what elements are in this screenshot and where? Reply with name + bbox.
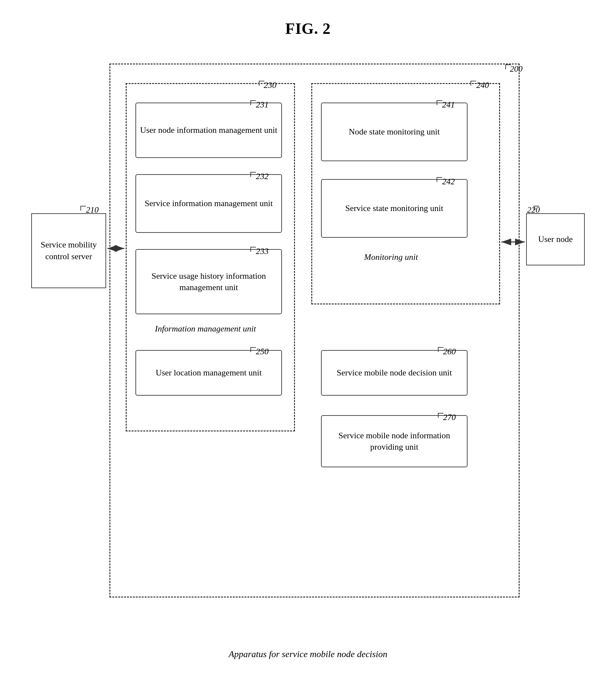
ref-250: 250 (256, 347, 269, 357)
corner-241 (436, 100, 443, 106)
ref-242: 242 (442, 177, 455, 187)
bottom-label: Apparatus for service mobile node decisi… (228, 649, 388, 660)
box-242-label: Service state monitoring unit (345, 202, 443, 214)
box-241: Node state monitoring unit (321, 103, 467, 161)
ref-270: 270 (443, 413, 456, 422)
box-260-label: Service mobile node decision unit (337, 367, 452, 379)
box-260: Service mobile node decision unit (321, 350, 467, 396)
box-220-label: User node (538, 234, 573, 245)
box-231: User node information management unit (135, 103, 282, 158)
corner-260 (438, 347, 444, 353)
arrow-210-230 (106, 244, 126, 252)
ref-233: 233 (256, 246, 269, 256)
ref-231: 231 (256, 100, 269, 110)
box-231-label: User node information management unit (140, 124, 278, 136)
box-270-label: Service mobile node information providin… (326, 430, 463, 453)
box-232: Service information management unit (135, 174, 282, 233)
ref-240: 240 (476, 81, 489, 90)
corner-240 (470, 81, 477, 86)
corner-270 (438, 413, 444, 418)
box-210-label: Service mobility control server (35, 239, 102, 263)
corner-200 (505, 64, 511, 70)
corner-232 (250, 172, 257, 177)
box-232-label: Service information management unit (145, 198, 273, 209)
box-233: Service usage history information manage… (135, 249, 282, 314)
box-220: User node (526, 213, 585, 265)
box-242: Service state monitoring unit (321, 179, 467, 238)
corner-233 (250, 246, 257, 252)
corner-231 (250, 100, 257, 106)
box-241-label: Node state monitoring unit (349, 126, 440, 137)
ref-200: 200 (510, 64, 523, 74)
ref-210: 210 (86, 205, 98, 215)
ref-230: 230 (264, 81, 277, 90)
corner-250 (250, 347, 257, 353)
group-230-label: Information management unit (127, 324, 284, 334)
corner-220 (533, 206, 540, 211)
group-240-label: Monitoring unit (313, 252, 469, 262)
ref-232: 232 (256, 172, 269, 181)
box-250-label: User location management unit (156, 367, 262, 379)
arrow-240-220 (500, 238, 526, 246)
corner-230 (259, 81, 265, 86)
corner-210 (80, 206, 87, 211)
corner-242 (436, 177, 443, 183)
fig-title: FIG. 2 (285, 20, 330, 38)
box-270: Service mobile node information providin… (321, 415, 467, 467)
box-233-label: Service usage history information manage… (140, 270, 278, 293)
box-250: User location management unit (135, 350, 282, 396)
ref-260: 260 (443, 347, 456, 357)
box-210: Service mobility control server (31, 213, 106, 288)
ref-241: 241 (442, 100, 455, 110)
